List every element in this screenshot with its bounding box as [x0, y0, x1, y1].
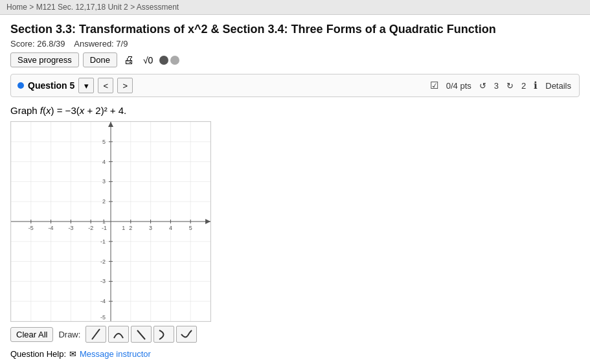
svg-text:-5: -5	[28, 225, 34, 231]
svg-text:4: 4	[169, 225, 172, 231]
svg-text:-2: -2	[88, 225, 93, 231]
svg-line-61	[137, 330, 145, 339]
message-instructor-link[interactable]: Message instructor	[80, 349, 151, 359]
help-label: Question Help:	[10, 349, 66, 359]
svg-text:1: 1	[102, 218, 106, 225]
right-panel: Paste AutoFill Share...	[224, 105, 580, 359]
checkbox-icon: ☑	[430, 80, 438, 91]
info-icon: ℹ	[534, 80, 538, 91]
answered-label: Answered:	[74, 39, 113, 49]
redo-count: 2	[521, 81, 526, 91]
svg-text:-4: -4	[49, 225, 54, 231]
save-progress-button[interactable]: Save progress	[10, 52, 79, 67]
svg-text:1: 1	[122, 225, 125, 231]
svg-text:-1: -1	[100, 238, 106, 245]
breadcrumb-section: Assessment	[137, 3, 179, 12]
sqrt-symbol: √0	[143, 55, 153, 65]
svg-text:-3: -3	[100, 278, 106, 284]
graph-section: Graph f(x) = −3(x + 2)² + 4.	[10, 105, 211, 359]
score-value: 26.8/39	[37, 39, 65, 49]
answered-value: 7/9	[116, 39, 128, 49]
pts-value: 0/4 pts	[446, 81, 471, 91]
draw-label: Draw:	[58, 330, 80, 339]
chevron-right-icon: >	[123, 81, 128, 91]
question-label: Question 5	[28, 80, 74, 91]
next-question-button[interactable]: >	[117, 78, 133, 93]
draw-tool-check-curve[interactable]	[176, 326, 197, 343]
svg-text:-4: -4	[100, 298, 106, 304]
circle-dark	[159, 56, 168, 65]
retry-icon: ↺	[479, 81, 486, 91]
main-content: Section 3.3: Transformations of x^2 & Se…	[0, 15, 590, 364]
svg-text:-5: -5	[100, 314, 106, 321]
question-help: Question Help: ✉ Message instructor	[10, 349, 211, 359]
draw-tool-line-up[interactable]	[85, 326, 106, 343]
sqrt-display: √0	[143, 55, 153, 65]
score-line: Score: 26.8/39 Answered: 7/9	[10, 39, 580, 49]
redo-icon: ↻	[506, 81, 514, 91]
svg-text:2: 2	[102, 198, 106, 205]
question-dot	[17, 82, 24, 89]
svg-text:-3: -3	[68, 225, 73, 231]
question-bar: Question 5 ▾ < > ☑ 0/4 pts ↺ 3 ↻ 2 ℹ Det…	[10, 74, 580, 97]
draw-tool-curve-left[interactable]	[153, 326, 174, 343]
svg-line-60	[92, 329, 100, 339]
svg-text:2: 2	[129, 225, 132, 231]
svg-text:5: 5	[102, 139, 106, 145]
print-button[interactable]: 🖨	[121, 53, 137, 67]
svg-text:3: 3	[102, 178, 106, 185]
svg-marker-22	[108, 122, 113, 127]
chevron-left-icon: <	[104, 81, 109, 91]
svg-text:-2: -2	[100, 258, 106, 265]
breadcrumb-course[interactable]: M121 Sec. 12,17,18 Unit 2	[36, 3, 128, 12]
toolbar: Save progress Done 🖨 √0	[10, 52, 580, 67]
circle-light	[170, 56, 179, 65]
breadcrumb: Home > M121 Sec. 12,17,18 Unit 2 > Asses…	[0, 0, 590, 15]
svg-text:-1: -1	[102, 225, 107, 231]
print-icon: 🖨	[124, 54, 134, 65]
svg-text:3: 3	[149, 225, 152, 231]
retry-count: 3	[494, 81, 499, 91]
problem-body: Graph f(x) = −3(x + 2)² + 4.	[10, 105, 580, 359]
question-dropdown-button[interactable]: ▾	[78, 78, 94, 93]
draw-tool-arch[interactable]	[108, 326, 129, 343]
draw-tools	[85, 326, 197, 343]
chevron-down-icon: ▾	[84, 81, 89, 91]
svg-text:5: 5	[189, 225, 192, 231]
graph-svg: -5 -4 -3 -2 -1 1 2 3 4 5 5 4 3 2 1 -1	[11, 122, 210, 321]
problem-text: Graph f(x) = −3(x + 2)² + 4.	[10, 105, 211, 116]
score-label: Score:	[10, 39, 35, 49]
details-label: Details	[545, 81, 571, 91]
mail-icon: ✉	[69, 349, 76, 359]
question-left: Question 5 ▾ < >	[17, 78, 133, 93]
graph-controls: Clear All Draw:	[10, 326, 211, 343]
prev-question-button[interactable]: <	[98, 78, 113, 93]
graph-canvas[interactable]: -5 -4 -3 -2 -1 1 2 3 4 5 5 4 3 2 1 -1	[10, 121, 211, 322]
svg-text:4: 4	[102, 159, 106, 165]
clear-all-button[interactable]: Clear All	[10, 327, 53, 342]
breadcrumb-home[interactable]: Home	[6, 3, 27, 12]
draw-tool-line-diag[interactable]	[131, 326, 152, 343]
done-button[interactable]: Done	[83, 52, 117, 67]
question-right: ☑ 0/4 pts ↺ 3 ↻ 2 ℹ Details	[429, 80, 573, 91]
page-title: Section 3.3: Transformations of x^2 & Se…	[10, 23, 580, 36]
toggle-circles	[159, 56, 179, 65]
svg-marker-23	[205, 219, 210, 224]
